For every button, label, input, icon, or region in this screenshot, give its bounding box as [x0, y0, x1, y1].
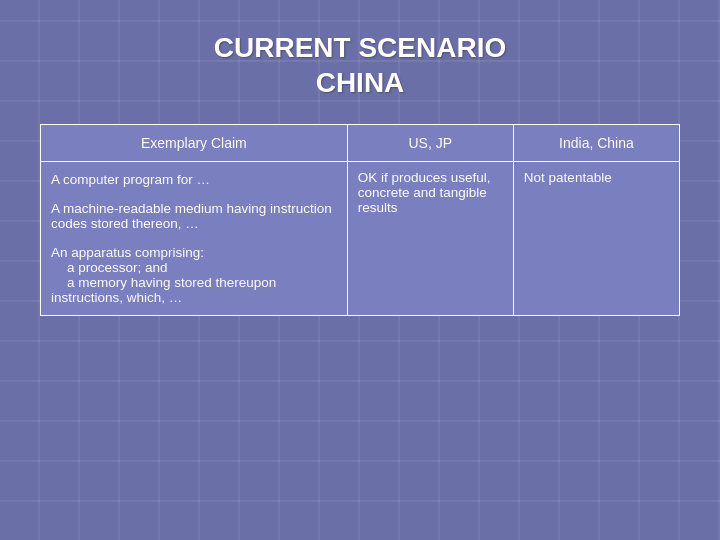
- claim-item-3-line2: a processor; and: [51, 260, 168, 275]
- table-header-row: Exemplary Claim US, JP India, China: [41, 125, 680, 162]
- usjp-cell: OK if produces useful, concrete and tang…: [347, 162, 513, 316]
- claim-item-3: An apparatus comprising: a processor; an…: [51, 245, 337, 305]
- india-cell: Not patentable: [513, 162, 679, 316]
- scenario-table: Exemplary Claim US, JP India, China A co…: [40, 124, 680, 316]
- claim-item-3-line4: instructions, which, …: [51, 290, 182, 305]
- header-usjp: US, JP: [347, 125, 513, 162]
- main-table-wrapper: Exemplary Claim US, JP India, China A co…: [40, 124, 680, 316]
- header-india: India, China: [513, 125, 679, 162]
- claim-item-2: A machine-readable medium having instruc…: [51, 201, 337, 231]
- claim-cell: A computer program for … A machine-reada…: [41, 162, 348, 316]
- claim-item-1: A computer program for …: [51, 172, 337, 187]
- table-row: A computer program for … A machine-reada…: [41, 162, 680, 316]
- claim-item-3-line3: a memory having stored thereupon: [51, 275, 276, 290]
- page-title: CURRENT SCENARIO CHINA: [214, 30, 506, 100]
- header-claim: Exemplary Claim: [41, 125, 348, 162]
